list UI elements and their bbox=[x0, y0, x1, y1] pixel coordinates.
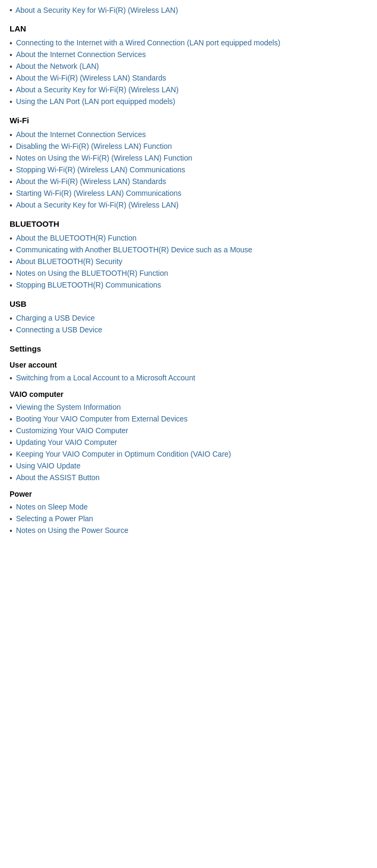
list-item-link[interactable]: Notes on Using the Power Source bbox=[16, 526, 129, 535]
list-item-link[interactable]: About the Wi-Fi(R) (Wireless LAN) Standa… bbox=[16, 177, 166, 186]
list-item-link[interactable]: Using the LAN Port (LAN port equipped mo… bbox=[16, 97, 175, 106]
list-item-link[interactable]: Viewing the System Information bbox=[16, 403, 121, 411]
settings-container: SettingsUser accountSwitching from a Loc… bbox=[10, 344, 367, 535]
list-item-link[interactable]: Switching from a Local Account to a Micr… bbox=[16, 373, 195, 382]
list-vaio-computer: Viewing the System InformationBooting Yo… bbox=[10, 403, 367, 482]
list-item-link[interactable]: Charging a USB Device bbox=[16, 314, 95, 322]
list-item-link[interactable]: About the Internet Connection Services bbox=[16, 130, 146, 139]
list-item: Notes on Using the BLUETOOTH(R) Function bbox=[10, 269, 367, 278]
list-item-link[interactable]: About the BLUETOOTH(R) Function bbox=[16, 234, 137, 242]
list-item: About the ASSIST Button bbox=[10, 473, 367, 482]
list-item-link[interactable]: Booting Your VAIO Computer from External… bbox=[16, 415, 188, 423]
heading-usb: USB bbox=[10, 299, 367, 308]
list-item: Customizing Your VAIO Computer bbox=[10, 426, 367, 435]
list-item-link[interactable]: Communicating with Another BLUETOOTH(R) … bbox=[16, 245, 252, 254]
list-item: About the BLUETOOTH(R) Function bbox=[10, 234, 367, 243]
list-item: About a Security Key for Wi-Fi(R) (Wirel… bbox=[10, 201, 367, 210]
list-item: Connecting to the Internet with a Wired … bbox=[10, 38, 367, 47]
list-item: Selecting a Power Plan bbox=[10, 514, 367, 523]
sections-container: LANConnecting to the Internet with a Wir… bbox=[10, 24, 367, 335]
list-wifi: About the Internet Connection ServicesDi… bbox=[10, 130, 367, 210]
list-item: Notes on Using the Wi-Fi(R) (Wireless LA… bbox=[10, 154, 367, 163]
list-item-link[interactable]: Stopping Wi-Fi(R) (Wireless LAN) Communi… bbox=[16, 165, 185, 174]
list-item-link[interactable]: About a Security Key for Wi-Fi(R) (Wirel… bbox=[16, 85, 179, 94]
list-item-link[interactable]: About the ASSIST Button bbox=[16, 473, 100, 482]
list-item-link[interactable]: Customizing Your VAIO Computer bbox=[16, 426, 129, 435]
list-item-link[interactable]: Notes on Using the Wi-Fi(R) (Wireless LA… bbox=[16, 154, 192, 162]
top-link-item: • About a Security Key for Wi-Fi(R) (Wir… bbox=[10, 5, 367, 14]
list-item: About the Network (LAN) bbox=[10, 62, 367, 71]
list-item-link[interactable]: Updating Your VAIO Computer bbox=[16, 438, 117, 447]
list-usb: Charging a USB DeviceConnecting a USB De… bbox=[10, 314, 367, 335]
list-item: Switching from a Local Account to a Micr… bbox=[10, 373, 367, 383]
list-item-link[interactable]: Stopping BLUETOOTH(R) Communications bbox=[16, 281, 161, 289]
list-item: Updating Your VAIO Computer bbox=[10, 438, 367, 447]
list-item-link[interactable]: Using VAIO Update bbox=[16, 461, 81, 470]
sub-heading-user-account: User account bbox=[10, 361, 367, 369]
list-item: Keeping Your VAIO Computer in Optimum Co… bbox=[10, 450, 367, 459]
list-bluetooth: About the BLUETOOTH(R) FunctionCommunica… bbox=[10, 234, 367, 290]
top-link[interactable]: About a Security Key for Wi-Fi(R) (Wirel… bbox=[15, 6, 178, 14]
list-user-account: Switching from a Local Account to a Micr… bbox=[10, 373, 367, 383]
sub-heading-power: Power bbox=[10, 490, 367, 498]
list-item: About the Wi-Fi(R) (Wireless LAN) Standa… bbox=[10, 177, 367, 186]
heading-wifi: Wi-Fi bbox=[10, 116, 367, 125]
list-item: Communicating with Another BLUETOOTH(R) … bbox=[10, 245, 367, 254]
list-item: Connecting a USB Device bbox=[10, 325, 367, 335]
list-item-link[interactable]: About a Security Key for Wi-Fi(R) (Wirel… bbox=[16, 201, 179, 209]
list-item: About BLUETOOTH(R) Security bbox=[10, 257, 367, 266]
list-item-link[interactable]: About BLUETOOTH(R) Security bbox=[16, 257, 123, 266]
sub-heading-vaio-computer: VAIO computer bbox=[10, 390, 367, 399]
list-item: About a Security Key for Wi-Fi(R) (Wirel… bbox=[10, 85, 367, 94]
list-item: Using the LAN Port (LAN port equipped mo… bbox=[10, 97, 367, 106]
list-item-link[interactable]: Selecting a Power Plan bbox=[16, 514, 93, 523]
list-item-link[interactable]: Connecting a USB Device bbox=[16, 325, 102, 334]
list-item-link[interactable]: Disabling the Wi-Fi(R) (Wireless LAN) Fu… bbox=[16, 142, 172, 150]
list-lan: Connecting to the Internet with a Wired … bbox=[10, 38, 367, 106]
list-item: About the Internet Connection Services bbox=[10, 50, 367, 59]
list-item: Booting Your VAIO Computer from External… bbox=[10, 415, 367, 424]
list-item: Viewing the System Information bbox=[10, 403, 367, 412]
heading-bluetooth: BLUETOOTH bbox=[10, 219, 367, 228]
list-item: Stopping Wi-Fi(R) (Wireless LAN) Communi… bbox=[10, 165, 367, 174]
list-item: Using VAIO Update bbox=[10, 461, 367, 471]
list-item: Disabling the Wi-Fi(R) (Wireless LAN) Fu… bbox=[10, 142, 367, 151]
list-item-link[interactable]: About the Internet Connection Services bbox=[16, 50, 146, 59]
list-item: Stopping BLUETOOTH(R) Communications bbox=[10, 281, 367, 290]
list-item-link[interactable]: Notes on Using the BLUETOOTH(R) Function bbox=[16, 269, 168, 277]
list-item-link[interactable]: Starting Wi-Fi(R) (Wireless LAN) Communi… bbox=[16, 189, 181, 197]
bullet-icon: • bbox=[10, 6, 12, 14]
heading-lan: LAN bbox=[10, 24, 367, 33]
heading-settings: Settings bbox=[10, 344, 367, 353]
list-item-link[interactable]: Notes on Sleep Mode bbox=[16, 503, 88, 511]
list-item: Charging a USB Device bbox=[10, 314, 367, 323]
list-item-link[interactable]: About the Wi-Fi(R) (Wireless LAN) Standa… bbox=[16, 74, 166, 82]
list-item: Notes on Sleep Mode bbox=[10, 503, 367, 512]
list-item-link[interactable]: Keeping Your VAIO Computer in Optimum Co… bbox=[16, 450, 231, 458]
list-item: Starting Wi-Fi(R) (Wireless LAN) Communi… bbox=[10, 189, 367, 198]
list-item: About the Internet Connection Services bbox=[10, 130, 367, 139]
list-item-link[interactable]: About the Network (LAN) bbox=[16, 62, 99, 70]
list-item: About the Wi-Fi(R) (Wireless LAN) Standa… bbox=[10, 74, 367, 83]
list-item-link[interactable]: Connecting to the Internet with a Wired … bbox=[16, 38, 280, 47]
list-item: Notes on Using the Power Source bbox=[10, 526, 367, 535]
list-power: Notes on Sleep ModeSelecting a Power Pla… bbox=[10, 503, 367, 535]
